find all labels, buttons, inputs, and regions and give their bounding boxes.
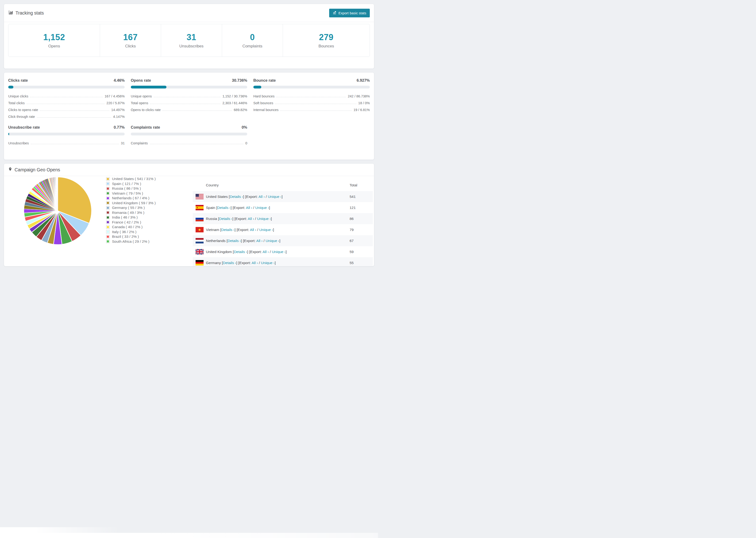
export-all-link-vn[interactable]: All › (250, 228, 256, 232)
dotted-leader (31, 144, 119, 144)
rate-block-clicks-rate: Clicks rate4.46%Unique clicks167 / 4.456… (8, 78, 125, 120)
rate-progress-fill (8, 133, 9, 135)
dotted-leader (150, 144, 243, 144)
detail-value: 4.147% (113, 115, 125, 119)
geo-table-row-us: United States [Details ›] [Export: All ›… (193, 191, 373, 202)
legend-swatch (106, 235, 109, 238)
details-link-us[interactable]: Details › (230, 194, 243, 198)
total-cell: 79 (350, 228, 353, 232)
export-all-link-gb[interactable]: All › (262, 250, 269, 254)
export-unique-link-gb[interactable]: Unique › (272, 250, 286, 254)
nl-flag-icon (195, 238, 203, 243)
legend-label: France ( 42 / 2% ) (112, 220, 141, 224)
geo-opens-title: Campaign Geo Opens (8, 167, 60, 173)
details-link-gb[interactable]: Details › (234, 250, 247, 254)
legend-label: United States ( 541 / 31% ) (112, 177, 156, 181)
rate-block-unsubscribe-rate: Unsubscribe rate0.77%Unsubscribes31 (8, 125, 125, 146)
legend-item-spain[interactable]: Spain ( 121 / 7% ) (106, 182, 156, 187)
stats-tiles: 1,152Opens167Clicks31Unsubscribes0Compla… (8, 24, 370, 57)
stat-tile-clicks: 167Clicks (100, 24, 161, 57)
legend-label: United Kingdom ( 59 / 3% ) (112, 201, 156, 205)
legend-swatch (106, 240, 109, 243)
legend-item-romania[interactable]: Romania ( 49 / 3% ) (106, 210, 156, 215)
geo-country-table: Country Total United States [Details ›] … (193, 180, 373, 266)
detail-label: Soft bounces (253, 101, 273, 105)
legend-swatch (106, 187, 109, 190)
rate-title: Bounce rate (253, 78, 276, 82)
export-unique-link-vn[interactable]: Unique › (259, 228, 273, 232)
detail-value: 242 / 86.738% (348, 94, 370, 98)
rate-detail-row: Internal bounces19 / 6.81% (253, 106, 370, 113)
tracking-stats-title-text: Tracking stats (16, 10, 44, 16)
country-column-header: Country (206, 183, 219, 187)
geo-table-row-de: Germany [Details ›] [Export: All › / Uni… (193, 257, 373, 266)
export-all-link-de[interactable]: All › (252, 261, 258, 265)
export-basic-stats-button[interactable]: Export basic stats (329, 9, 370, 17)
total-cell: 59 (350, 250, 353, 254)
details-link-ru[interactable]: Details › (219, 217, 233, 221)
detail-label: Internal bounces (253, 108, 279, 112)
detail-value: 31 (121, 141, 125, 145)
rate-value: 0% (242, 125, 247, 130)
rate-block-opens-rate: Opens rate30.736%Unique opens1,152 / 30.… (131, 78, 247, 120)
legend-item-vietnam[interactable]: Vietnam ( 79 / 5% ) (106, 191, 156, 196)
export-all-link-us[interactable]: All › (258, 194, 265, 198)
detail-label: Opens to clicks rate (131, 108, 161, 112)
details-link-nl[interactable]: Details › (228, 239, 241, 243)
rates-grid: Clicks rate4.46%Unique clicks167 / 4.456… (4, 73, 374, 160)
details-link-es[interactable]: Details › (217, 206, 231, 210)
page: Tracking stats Export basic stats 1,152O… (0, 4, 378, 266)
legend-item-india[interactable]: India ( 46 / 3% ) (106, 215, 156, 220)
total-cell: 86 (350, 217, 353, 221)
legend-item-canada[interactable]: Canada ( 40 / 2% ) (106, 225, 156, 230)
export-unique-link-ru[interactable]: Unique › (257, 217, 271, 221)
rate-progress-bar (8, 86, 125, 88)
stat-value: 1,152 (43, 32, 65, 42)
export-all-link-es[interactable]: All › (246, 206, 252, 210)
export-button-label: Export basic stats (339, 11, 366, 15)
details-link-de[interactable]: Details › (223, 261, 236, 265)
rates-card: Clicks rate4.46%Unique clicks167 / 4.456… (4, 72, 374, 160)
details-link-vn[interactable]: Details › (221, 228, 235, 232)
legend-item-germany[interactable]: Germany ( 55 / 3% ) (106, 205, 156, 210)
export-unique-link-es[interactable]: Unique › (255, 206, 269, 210)
geo-opens-pie-chart (23, 176, 93, 246)
detail-value: 167 / 4.456% (105, 94, 125, 98)
geo-table-row-ru: Russia [Details ›] [Export: All › / Uniq… (193, 213, 373, 224)
export-unique-link-nl[interactable]: Unique › (266, 239, 279, 243)
total-cell: 541 (350, 194, 356, 199)
legend-item-united-kingdom[interactable]: United Kingdom ( 59 / 3% ) (106, 201, 156, 206)
rate-block-bounce-rate: Bounce rate6.927%Hard bounces242 / 86.73… (253, 78, 370, 120)
detail-value: 1,152 / 30.736% (222, 94, 247, 98)
legend-item-brazil[interactable]: Brazil ( 33 / 2% ) (106, 234, 156, 239)
legend-item-united-states[interactable]: United States ( 541 / 31% ) (106, 177, 156, 182)
stat-label: Complaints (242, 44, 262, 49)
detail-label: Complaints (131, 141, 148, 145)
export-all-link-nl[interactable]: All › (256, 239, 263, 243)
legend-item-france[interactable]: France ( 42 / 2% ) (106, 220, 156, 225)
legend-swatch (106, 206, 109, 209)
legend-swatch (106, 178, 109, 181)
legend-item-netherlands[interactable]: Netherlands ( 67 / 4% ) (106, 196, 156, 201)
geo-opens-title-text: Campaign Geo Opens (15, 167, 60, 173)
export-unique-link-us[interactable]: Unique › (268, 194, 282, 198)
geo-body: United States ( 541 / 31% )Spain ( 121 /… (4, 176, 374, 266)
legend-label: Vietnam ( 79 / 5% ) (112, 191, 143, 195)
legend-item-south-africa[interactable]: South Africa ( 29 / 2% ) (106, 239, 156, 244)
legend-item-italy[interactable]: Italy ( 36 / 2% ) (106, 230, 156, 235)
export-unique-link-de[interactable]: Unique › (261, 261, 275, 265)
us-flag-icon (195, 194, 203, 199)
detail-value: 14.497% (111, 108, 125, 112)
stat-label: Bounces (319, 44, 334, 49)
detail-label: Unique clicks (8, 94, 28, 98)
legend-item-russia[interactable]: Russia ( 86 / 5% ) (106, 186, 156, 191)
legend-label: Russia ( 86 / 5% ) (112, 187, 141, 190)
geo-table-row-vn: Vietnam [Details ›] [Export: All › / Uni… (193, 224, 373, 235)
stat-value: 31 (187, 32, 196, 42)
detail-label: Total clicks (8, 101, 25, 105)
export-all-link-ru[interactable]: All › (248, 217, 254, 221)
legend-swatch (106, 226, 109, 229)
detail-label: Clicks to opens rate (8, 108, 38, 112)
rate-detail-row: Unique opens1,152 / 30.736% (131, 93, 247, 99)
stat-value: 0 (250, 32, 255, 42)
